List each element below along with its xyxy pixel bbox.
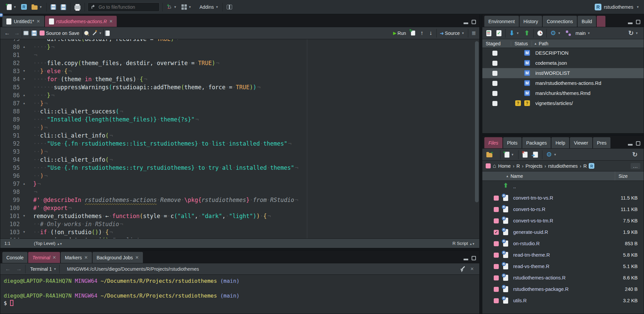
files-pane-tab-files[interactable]: Files	[484, 137, 502, 148]
code-line-84[interactable]: 84▼····for·(theme·in·theme_files)·{¬	[0, 75, 479, 83]
fold-marker[interactable]	[20, 156, 29, 164]
code-line-101[interactable]: 101▼remove_rstudiothemes·←·function(styl…	[0, 212, 479, 220]
code-line-98[interactable]: 98¬	[0, 188, 479, 196]
console-tab-background-jobs[interactable]: Background Jobs✕	[93, 252, 143, 263]
fold-marker[interactable]	[20, 132, 29, 140]
editor-scrollbar[interactable]	[475, 41, 479, 202]
branch-selector[interactable]: main▼	[574, 30, 592, 37]
minimize-icon[interactable]	[464, 259, 468, 260]
git-row-inst-wordlist[interactable]: Minst/WORDLIST	[482, 68, 644, 78]
code-line-93[interactable]: 93··)¬	[0, 148, 479, 156]
clear-terminal-button[interactable]	[458, 265, 467, 273]
minimize-icon[interactable]	[464, 22, 468, 24]
code-line-89[interactable]: 89····"Installed·{length(theme_files)}·t…	[0, 115, 479, 123]
files-pane-tab-viewer[interactable]: Viewer	[570, 137, 592, 148]
breadcrumb-more-button[interactable]: ...	[631, 163, 640, 169]
new-file-button[interactable]: +▼	[5, 3, 18, 11]
git-row-vignettes-articles-[interactable]: ??vignettes/articles/	[482, 98, 644, 108]
code-line-99[interactable]: 99#'·@describeIn·rstudiothemes-actions·R…	[0, 196, 479, 204]
code-line-85[interactable]: 85······suppressWarnings(rstudioapi::add…	[0, 83, 479, 91]
close-icon[interactable]: ✕	[135, 255, 139, 260]
document-outline-button[interactable]: ≣	[470, 29, 477, 37]
home-icon[interactable]: ⌂	[493, 163, 496, 169]
staged-checkbox[interactable]	[492, 71, 497, 76]
breadcrumb-segment[interactable]: R	[517, 163, 520, 169]
breadcrumb-segment[interactable]: Home	[498, 163, 511, 169]
code-tools-button[interactable]: ▼	[91, 30, 103, 37]
rerun-button[interactable]: ↻	[410, 30, 417, 37]
code-line-92[interactable]: 92····"Use·{.fn·rstudiothemes::list_rstu…	[0, 140, 479, 148]
fold-marker[interactable]	[20, 188, 29, 196]
minimize-icon[interactable]	[628, 22, 633, 24]
files-pane-tab-pres[interactable]: Pres	[593, 137, 611, 148]
source-button[interactable]: ➜Source▼	[439, 30, 466, 37]
maximize-icon[interactable]	[472, 256, 476, 260]
file-checkbox[interactable]	[494, 253, 499, 258]
close-icon[interactable]: ✕	[109, 19, 113, 24]
code-line-80[interactable]: 80▲····}¬	[0, 43, 479, 51]
maximize-icon[interactable]	[472, 20, 476, 24]
terminal-output[interactable]: diego@LAPTOP-R4A1HQ7N MINGW64 ~/Document…	[0, 275, 479, 314]
fold-marker[interactable]	[20, 59, 29, 67]
fold-marker[interactable]: ▼	[20, 75, 29, 83]
file-checkbox[interactable]: ✓	[494, 230, 499, 235]
file-row-rstudiothemes-actions-r[interactable]: rstudiothemes-actions.R8.6 KB	[482, 272, 644, 283]
file-checkbox[interactable]	[494, 241, 499, 246]
terminal-forward-button[interactable]: →	[14, 266, 24, 272]
code-line-79[interactable]: 79····dir.create(destdir,·recursive·=·TR…	[0, 39, 479, 43]
git-row-man-chunks-themes-rmd[interactable]: Mman/chunks/themes.Rmd	[482, 88, 644, 98]
new-folder-button[interactable]: +	[485, 151, 497, 158]
files-pane-tab-plots[interactable]: Plots	[503, 137, 522, 148]
scope-selector[interactable]: (Top Level)▲▼	[10, 241, 62, 246]
fold-marker[interactable]	[20, 172, 29, 180]
code-line-91[interactable]: 91··cli::cli_alert_info(¬	[0, 132, 479, 140]
maximize-icon[interactable]	[636, 20, 640, 24]
code-line-96[interactable]: 96··)¬	[0, 172, 479, 180]
file-row-convert-tm-to-vs-r[interactable]: convert-tm-to-vs.R11.5 KB	[482, 192, 644, 204]
file-checkbox[interactable]	[494, 218, 499, 223]
code-line-87[interactable]: 87▲··}¬	[0, 99, 479, 107]
fold-marker[interactable]	[20, 115, 29, 123]
column-name[interactable]: ▲Name	[482, 173, 523, 179]
close-terminal-button[interactable]: ✕	[470, 266, 474, 271]
console-tab-terminal[interactable]: Terminal✕	[28, 252, 60, 263]
code-line-90[interactable]: 90··)¬	[0, 123, 479, 132]
find-replace-button[interactable]	[83, 30, 91, 37]
console-tab-console[interactable]: Console	[2, 252, 28, 263]
minimize-icon[interactable]	[628, 144, 633, 146]
file-checkbox[interactable]	[494, 207, 499, 212]
file-row-read-vs-theme-r[interactable]: read-vs-theme.R5.1 KB	[482, 261, 644, 272]
branch-button[interactable]	[565, 30, 572, 37]
code-line-86[interactable]: 86▲····}¬	[0, 91, 479, 99]
copy-file-button[interactable]: ➜	[532, 151, 539, 159]
fold-marker[interactable]	[20, 39, 29, 43]
file-checkbox[interactable]	[494, 264, 499, 269]
pull-button[interactable]: ⬇▼	[508, 28, 521, 38]
popout-button[interactable]	[22, 30, 30, 36]
code-line-82[interactable]: 82····file.copy(theme_files,·destdir,·ov…	[0, 59, 479, 67]
console-tab-markers[interactable]: Markers✕	[61, 252, 92, 263]
fold-marker[interactable]	[20, 236, 29, 239]
file-checkbox[interactable]	[494, 287, 499, 292]
file-row-utils-r[interactable]: utils.R3.2 KB	[482, 295, 644, 306]
goto-file-function-box[interactable]	[88, 2, 160, 12]
git-pane-tab-environment[interactable]: Environment	[484, 16, 519, 27]
fold-marker[interactable]	[20, 51, 29, 59]
run-next-chunk-button[interactable]: ↓	[427, 30, 434, 37]
fold-marker[interactable]: ▼	[20, 228, 29, 236]
pane-layout-button[interactable]	[225, 4, 233, 10]
back-button[interactable]: ←	[2, 30, 12, 37]
commit-button[interactable]	[495, 29, 503, 37]
source-tab-untitled1-[interactable]: Untitled1*✕	[2, 16, 44, 27]
file-row-read-tm-theme-r[interactable]: read-tm-theme.R5.8 KB	[482, 249, 644, 261]
staged-checkbox[interactable]	[492, 51, 497, 56]
fold-marker[interactable]: ▲	[20, 91, 29, 99]
fold-marker[interactable]	[20, 140, 29, 148]
goto-input[interactable]	[99, 4, 156, 10]
file-checkbox[interactable]	[494, 298, 499, 303]
fold-marker[interactable]: ▼	[20, 67, 29, 75]
code-line-83[interactable]: 83▼··}·else·{¬	[0, 67, 479, 75]
terminal-selector[interactable]: Terminal 1▼	[29, 265, 58, 273]
column-staged[interactable]: Staged	[482, 41, 511, 46]
fold-marker[interactable]: ▲	[20, 43, 29, 51]
